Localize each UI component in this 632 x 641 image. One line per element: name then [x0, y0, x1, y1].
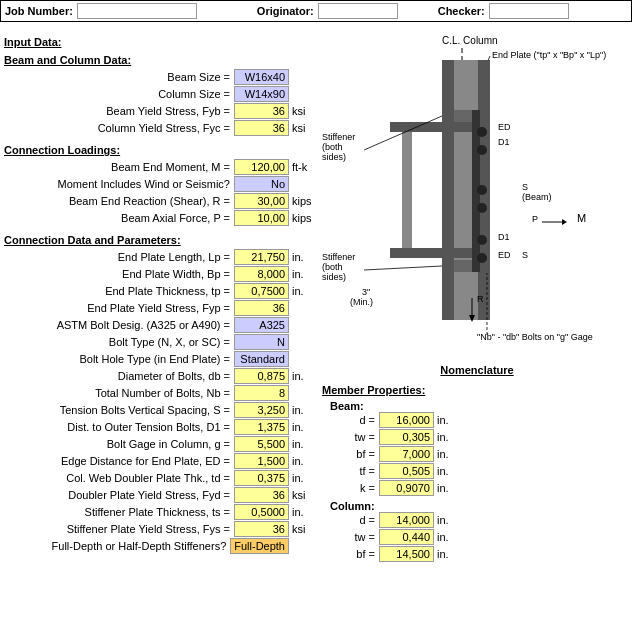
col-tw-label: tw =	[340, 531, 375, 543]
bolt-type-value[interactable]: N	[234, 334, 289, 350]
p-label: P	[532, 214, 538, 224]
edge-dist-value[interactable]: 1,500	[234, 453, 289, 469]
checker-field[interactable]: Checker:	[438, 3, 569, 19]
ep-width-value[interactable]: 8,000	[234, 266, 289, 282]
p-arrowhead	[562, 219, 567, 225]
beam-k-unit: in.	[437, 482, 449, 494]
vert-spacing-row: Tension Bolts Vertical Spacing, S = 3,25…	[4, 402, 314, 418]
reaction-unit: kips	[292, 195, 314, 207]
ep-yield-row: End Plate Yield Stress, Fyp = 36	[4, 300, 314, 316]
wind-value[interactable]: No	[234, 176, 289, 192]
col-web-value[interactable]: 0,375	[234, 470, 289, 486]
beam-d-value[interactable]: 16,000	[379, 412, 434, 428]
stiffener-bot-line	[364, 266, 442, 270]
edge-dist-unit: in.	[292, 455, 314, 467]
beam-yield-unit: ksi	[292, 105, 314, 117]
bolt-dia-value[interactable]: 0,875	[234, 368, 289, 384]
ep-yield-value[interactable]: 36	[234, 300, 289, 316]
bolt-4	[477, 203, 487, 213]
bolt-hole-row: Bolt Hole Type (in End Plate) = Standard	[4, 351, 314, 367]
stiff-yield-value[interactable]: 36	[234, 521, 289, 537]
col-d-value[interactable]: 14,000	[379, 512, 434, 528]
stiffener-bot-label: Stiffener	[322, 252, 355, 262]
ep-yield-label: End Plate Yield Stress, Fyp =	[87, 302, 230, 314]
stiff-thick-unit: in.	[292, 506, 314, 518]
moment-row: Beam End Moment, M = 120,00 ft-k	[4, 159, 314, 175]
column-size-label: Column Size =	[158, 88, 230, 100]
beam-bf-value[interactable]: 7,000	[379, 446, 434, 462]
bolt-gage-unit: in.	[292, 438, 314, 450]
ep-thick-value[interactable]: 0,7500	[234, 283, 289, 299]
col-tw-value[interactable]: 0,440	[379, 529, 434, 545]
column-size-value[interactable]: W14x90	[234, 86, 289, 102]
col-yield-label: Column Yield Stress, Fyc =	[98, 122, 230, 134]
beam-size-row: Beam Size = W16x40	[4, 69, 314, 85]
top-bar: Job Number: Originator: Checker:	[0, 0, 632, 22]
wind-row: Moment Includes Wind or Seismic? No	[4, 176, 314, 192]
beam-bf-row: bf = 7,000 in.	[340, 446, 632, 462]
job-number-field[interactable]: Job Number:	[5, 3, 197, 19]
bolt-gage-value[interactable]: 5,500	[234, 436, 289, 452]
col-bf-value[interactable]: 14,500	[379, 546, 434, 562]
beam-top-flange	[390, 122, 478, 132]
axial-unit: kips	[292, 212, 314, 224]
bolt-gage-label: Bolt Gage in Column, g =	[107, 438, 230, 450]
ep-length-label: End Plate Length, Lp =	[118, 251, 230, 263]
col-yield-value[interactable]: 36	[234, 120, 289, 136]
beam-tw-label: tw =	[340, 431, 375, 443]
col-web-unit: in.	[292, 472, 314, 484]
beam-size-value[interactable]: W16x40	[234, 69, 289, 85]
beam-tw-unit: in.	[437, 431, 449, 443]
originator-field[interactable]: Originator:	[257, 3, 398, 19]
column-section: Column: d = 14,000 in. tw = 0,440 in. bf…	[330, 500, 632, 562]
outer-tension-value[interactable]: 1,375	[234, 419, 289, 435]
doubler-yield-row: Doubler Plate Yield Stress, Fyd = 36 ksi	[4, 487, 314, 503]
beam-section: Beam: d = 16,000 in. tw = 0,305 in. bf =…	[330, 400, 632, 496]
stiffener-bot-label2: (both	[322, 262, 343, 272]
edge-dist-row: Edge Distance for End Plate, ED = 1,500 …	[4, 453, 314, 469]
full-half-value[interactable]: Full-Depth	[230, 538, 289, 554]
beam-web	[402, 132, 412, 248]
beam-d-row: d = 16,000 in.	[340, 412, 632, 428]
beam-tw-value[interactable]: 0,305	[379, 429, 434, 445]
astm-row: ASTM Bolt Desig. (A325 or A490) = A325	[4, 317, 314, 333]
vert-spacing-unit: in.	[292, 404, 314, 416]
stiffener-top-label3: sides)	[322, 152, 346, 162]
edge-dist-label: Edge Distance for End Plate, ED =	[61, 455, 230, 467]
job-number-input[interactable]	[77, 3, 197, 19]
bolt-gage-label: "Nb" - "db" Bolts on "g" Gage	[477, 332, 593, 342]
ep-length-value[interactable]: 21,750	[234, 249, 289, 265]
beam-tf-unit: in.	[437, 465, 449, 477]
bolt-hole-value[interactable]: Standard	[234, 351, 289, 367]
ed-label-bot: ED	[498, 250, 511, 260]
col-web-label: Col. Web Doubler Plate Thk., td =	[66, 472, 230, 484]
checker-label: Checker:	[438, 5, 485, 17]
bolt-total-row: Total Number of Bolts, Nb = 8	[4, 385, 314, 401]
bolt-dia-unit: in.	[292, 370, 314, 382]
originator-input[interactable]	[318, 3, 398, 19]
moment-value[interactable]: 120,00	[234, 159, 289, 175]
astm-value[interactable]: A325	[234, 317, 289, 333]
beam-k-value[interactable]: 0,9070	[379, 480, 434, 496]
vert-spacing-value[interactable]: 3,250	[234, 402, 289, 418]
nomenclature-title: Nomenclature	[322, 364, 632, 376]
stiff-thick-value[interactable]: 0,5000	[234, 504, 289, 520]
bolt-6	[477, 253, 487, 263]
bolt-total-value[interactable]: 8	[234, 385, 289, 401]
col-yield-unit: ksi	[292, 122, 314, 134]
axial-row: Beam Axial Force, P = 10,00 kips	[4, 210, 314, 226]
beam-tf-value[interactable]: 0,505	[379, 463, 434, 479]
right-panel: C.L. Column End Plate ("tp" x "Bp" x "Lp…	[314, 30, 632, 563]
stiff-top	[454, 110, 472, 122]
doubler-yield-value[interactable]: 36	[234, 487, 289, 503]
col-tw-unit: in.	[437, 531, 449, 543]
main-content: Input Data: Beam and Column Data: Beam S…	[0, 26, 632, 567]
beam-d-label: d =	[340, 414, 375, 426]
reaction-value[interactable]: 30,00	[234, 193, 289, 209]
checker-input[interactable]	[489, 3, 569, 19]
beam-bf-unit: in.	[437, 448, 449, 460]
stiffener-top-label2: (both	[322, 142, 343, 152]
beam-yield-value[interactable]: 36	[234, 103, 289, 119]
ep-width-row: End Plate Width, Bp = 8,000 in.	[4, 266, 314, 282]
axial-value[interactable]: 10,00	[234, 210, 289, 226]
